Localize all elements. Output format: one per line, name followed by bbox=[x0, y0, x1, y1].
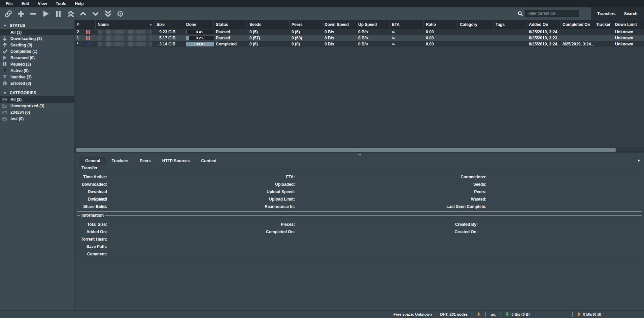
sidebar-item-label: Paused (3) bbox=[10, 62, 31, 67]
funnel-light-icon bbox=[2, 75, 7, 79]
sidebar-item-completed[interactable]: Completed (1) bbox=[0, 48, 74, 55]
cell-status: Paused bbox=[214, 35, 247, 41]
sidebar-item-downloading[interactable]: Downloading (2) bbox=[0, 35, 74, 42]
sidebar-category-test[interactable]: test (0) bbox=[0, 115, 74, 122]
transfer-fieldset: Transfer Time Active: Downloaded: Downlo… bbox=[77, 168, 642, 212]
move-down-button[interactable] bbox=[89, 8, 102, 19]
alt-speed-limits-icon[interactable] bbox=[490, 312, 497, 317]
dht-nodes-label: DHT: 201 nodes bbox=[440, 312, 468, 316]
label-last-seen-complete: Last Seen Complete: bbox=[419, 203, 486, 210]
tab-trackers[interactable]: Trackers bbox=[106, 156, 134, 165]
splitter-handle[interactable]: ... bbox=[358, 152, 361, 155]
collapse-panel-icon[interactable]: ▼ bbox=[637, 158, 641, 163]
menu-file[interactable]: File bbox=[1, 0, 17, 7]
global-upload-speed[interactable]: 0 B/s (0 B) bbox=[577, 312, 601, 317]
column-header-seeds[interactable]: Seeds bbox=[247, 20, 290, 29]
status-section-header[interactable]: ▼ STATUS bbox=[0, 22, 74, 29]
label-uploaded: Uploaded: bbox=[228, 181, 295, 188]
add-torrent-file-button[interactable] bbox=[14, 8, 27, 19]
move-bottom-button[interactable] bbox=[102, 8, 114, 19]
table-row[interactable]: 1 . 5.17 GiB 9.2% Paused 0 (57) 0 (63) 0… bbox=[75, 35, 644, 41]
column-header-state-icon[interactable] bbox=[84, 20, 96, 29]
resume-button[interactable] bbox=[39, 8, 52, 19]
sidebar-item-label: 234234 (0) bbox=[10, 110, 30, 115]
column-header-down-limit[interactable]: Down Limit bbox=[613, 20, 644, 29]
play-icon bbox=[2, 56, 7, 60]
table-row[interactable]: 2 . 9.23 GiB 0.4% Paused 0 (5) 0 (6) 0 B… bbox=[75, 29, 644, 35]
cell-peers: 0 (0) bbox=[290, 41, 323, 47]
minus-icon bbox=[29, 10, 37, 18]
add-torrent-link-button[interactable] bbox=[2, 8, 14, 19]
column-header-eta[interactable]: ETA bbox=[390, 20, 424, 29]
sidebar-item-label: Downloading (2) bbox=[10, 36, 42, 41]
information-legend: Information bbox=[80, 213, 105, 218]
folder-icon bbox=[2, 104, 7, 108]
move-up-button[interactable] bbox=[77, 8, 89, 19]
sidebar-item-label: Resumed (0) bbox=[10, 56, 35, 60]
move-top-button[interactable] bbox=[64, 8, 77, 19]
window-tabs: Transfers Search bbox=[591, 7, 644, 20]
sidebar-item-inactive[interactable]: Inactive (3) bbox=[0, 74, 74, 80]
column-header-tracker[interactable]: Tracker bbox=[594, 20, 613, 29]
options-button[interactable]: ⚙ bbox=[114, 8, 127, 19]
label-save-path: Save Path: bbox=[77, 243, 107, 250]
label-upload-limit: Upload Limit: bbox=[228, 196, 295, 203]
column-header-completed-on[interactable]: Completed On bbox=[561, 20, 594, 29]
column-header-size[interactable]: Size bbox=[155, 20, 184, 29]
sidebar-item-errored[interactable]: Errored (0) bbox=[0, 80, 74, 86]
sidebar-category-uncategorized[interactable]: Uncategorized (3) bbox=[0, 103, 74, 109]
cell-down-limit: Unknown bbox=[613, 35, 644, 41]
label-completed-on: Completed On: bbox=[228, 228, 295, 236]
column-header-status[interactable]: Status bbox=[214, 20, 247, 29]
table-row[interactable]: * . 3.14 GiB 100.0% Completed 0 (6) 0 (0… bbox=[75, 41, 644, 47]
column-header-peers[interactable]: Peers bbox=[290, 20, 323, 29]
tab-transfers[interactable]: Transfers bbox=[595, 10, 617, 17]
free-space-label: Free space: Unknown bbox=[394, 312, 432, 316]
tab-http-sources[interactable]: HTTP Sources bbox=[157, 156, 196, 165]
global-download-speed[interactable]: 0 B/s (0 B) bbox=[505, 312, 530, 317]
menu-view[interactable]: View bbox=[33, 0, 51, 7]
column-header-tags[interactable]: Tags bbox=[494, 20, 527, 29]
column-header-done[interactable]: Done bbox=[184, 20, 214, 29]
menu-tools[interactable]: Tools bbox=[51, 0, 70, 7]
panel-splitter[interactable]: ... bbox=[75, 153, 644, 156]
column-header-number[interactable]: # bbox=[75, 20, 84, 29]
sidebar-item-all[interactable]: All (3) bbox=[0, 29, 74, 35]
tab-general[interactable]: General bbox=[79, 156, 106, 165]
column-header-added-on[interactable]: Added On bbox=[527, 20, 561, 29]
column-header-category[interactable]: Category bbox=[458, 20, 494, 29]
column-header-down-speed[interactable]: Down Speed bbox=[323, 20, 356, 29]
details-tabs: General Trackers Peers HTTP Sources Cont… bbox=[75, 156, 644, 166]
column-header-ratio[interactable]: Ratio bbox=[424, 20, 458, 29]
menu-help[interactable]: Help bbox=[71, 0, 88, 7]
sidebar-category-234234[interactable]: 234234 (0) bbox=[0, 109, 74, 115]
sidebar-item-resumed[interactable]: Resumed (0) bbox=[0, 55, 74, 61]
cell-up-speed: 0 B/s bbox=[356, 41, 390, 47]
information-fieldset: Information Total Size: Added On: Torren… bbox=[77, 215, 642, 259]
status-section-title: STATUS bbox=[10, 23, 25, 28]
delete-torrent-button[interactable] bbox=[27, 8, 39, 19]
tab-peers[interactable]: Peers bbox=[134, 156, 157, 165]
check-icon bbox=[86, 42, 91, 46]
connection-status-icon[interactable] bbox=[476, 312, 481, 317]
column-header-up-speed[interactable]: Up Speed bbox=[356, 20, 390, 29]
sidebar-category-all[interactable]: All (3) bbox=[0, 96, 74, 103]
tab-search[interactable]: Search bbox=[622, 10, 640, 17]
menu-edit[interactable]: Edit bbox=[17, 0, 34, 7]
scrollbar-thumb[interactable] bbox=[76, 148, 616, 152]
cell-completed-on: 8/25/2019, 3:24... bbox=[561, 41, 594, 47]
sidebar-item-active[interactable]: Active (0) bbox=[0, 67, 74, 74]
name-ellipsis: . bbox=[157, 30, 158, 34]
sidebar-item-paused[interactable]: Paused (3) bbox=[0, 61, 74, 67]
filter-torrent-input[interactable] bbox=[525, 10, 579, 17]
sidebar-item-seeding[interactable]: Seeding (0) bbox=[0, 42, 74, 48]
tab-content[interactable]: Content bbox=[196, 156, 222, 165]
pause-button[interactable] bbox=[52, 8, 64, 19]
cell-tags bbox=[494, 29, 527, 35]
column-header-name[interactable]: Name ▼ bbox=[96, 20, 155, 29]
upload-speed-label: 0 B/s (0 B) bbox=[583, 312, 601, 316]
categories-section-header[interactable]: ▼ CATEGORIES bbox=[0, 90, 74, 96]
cell-ratio: 0.00 bbox=[424, 41, 458, 47]
label-comment: Comment: bbox=[77, 250, 107, 258]
torrent-table: # Name ▼ Size Done Status Seeds Peers Do… bbox=[75, 20, 644, 147]
